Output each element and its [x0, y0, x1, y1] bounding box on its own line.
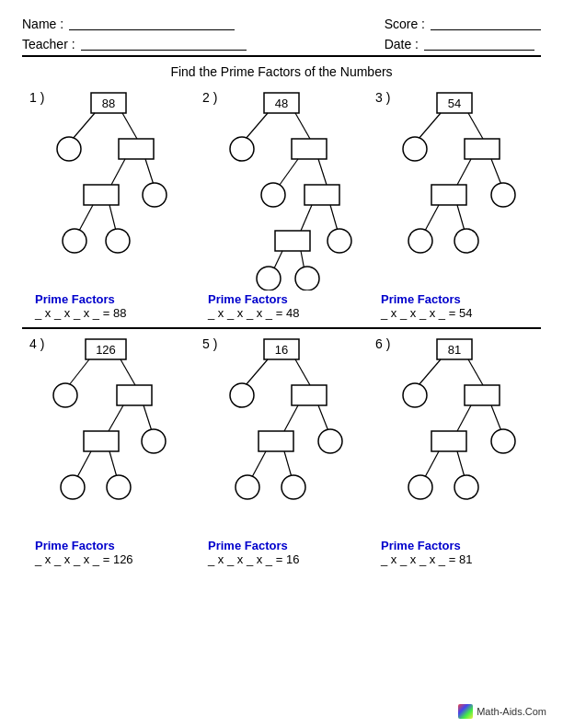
- svg-line-20: [273, 251, 282, 270]
- node-88-label: 88: [101, 97, 114, 110]
- svg-line-40: [69, 359, 89, 385]
- svg-line-72: [457, 405, 471, 431]
- svg-line-63: [284, 451, 292, 477]
- svg-line-54: [246, 359, 268, 385]
- problem-3-num: 3 ): [375, 90, 390, 105]
- problem-2: 2 ) 48: [195, 85, 368, 322]
- score-input[interactable]: [431, 17, 541, 30]
- circle-1f[interactable]: [106, 229, 130, 253]
- svg-line-55: [295, 359, 310, 385]
- svg-point-36: [408, 229, 432, 253]
- svg-line-73: [491, 405, 501, 431]
- watermark-text: Math-Aids.Com: [477, 706, 546, 717]
- page-title: Find the Prime Factors of the Numbers: [22, 64, 541, 79]
- problem-3-footer: Prime Factors _ x _ x _ x _ = 54: [370, 290, 539, 320]
- svg-point-64: [236, 475, 259, 499]
- svg-point-10: [230, 137, 254, 161]
- problem-6-footer: Prime Factors _ x _ x _ x _ = 81: [370, 537, 539, 566]
- prime-label-2: Prime Factors: [208, 292, 288, 306]
- circle-1d[interactable]: [143, 183, 167, 207]
- prime-label-5: Prime Factors: [208, 539, 288, 552]
- svg-point-37: [454, 229, 478, 253]
- svg-point-33: [491, 183, 515, 207]
- watermark: Math-Aids.Com: [458, 704, 546, 719]
- svg-point-61: [318, 429, 342, 453]
- svg-text:126: 126: [96, 343, 116, 357]
- problems-row-2: 4 ) 126 Prime Factors _ x _ x _ x _ =: [22, 331, 541, 568]
- svg-rect-57: [292, 385, 327, 405]
- svg-point-14: [261, 183, 285, 207]
- svg-line-31: [491, 159, 501, 185]
- svg-line-58: [284, 405, 298, 431]
- svg-line-45: [144, 405, 152, 431]
- svg-rect-74: [431, 431, 466, 451]
- svg-line-5: [109, 205, 116, 231]
- problem-6-num: 6 ): [375, 336, 390, 351]
- equation-1: _ x _ x _ x _ = 88: [35, 306, 126, 320]
- svg-point-47: [142, 429, 166, 453]
- problem-3: 3 ) 54 Prime Factors _ x _ x _ x _ = 5: [368, 85, 541, 322]
- problem-5-footer: Prime Factors _ x _ x _ x _ = 16: [197, 537, 366, 566]
- svg-line-26: [419, 113, 441, 139]
- svg-point-19: [327, 229, 351, 253]
- name-label: Name :: [22, 17, 63, 31]
- problem-1: 1 ) 88: [22, 85, 195, 322]
- tree-4: 126: [29, 335, 190, 537]
- tree-5: 16: [201, 335, 362, 537]
- problem-1-footer: Prime Factors _ x _ x _ x _ = 88: [24, 290, 193, 320]
- date-input[interactable]: [424, 38, 534, 51]
- problems-row-1: 1 ) 88: [22, 85, 541, 322]
- prime-label-1: Prime Factors: [35, 292, 115, 306]
- svg-line-35: [457, 205, 465, 231]
- svg-line-2: [111, 159, 125, 185]
- prime-label-6: Prime Factors: [381, 539, 461, 552]
- svg-line-9: [295, 113, 310, 139]
- svg-line-44: [109, 405, 123, 431]
- circle-1e[interactable]: [63, 229, 86, 253]
- svg-point-56: [230, 383, 254, 407]
- svg-point-70: [403, 383, 427, 407]
- circle-1a[interactable]: [57, 137, 81, 161]
- watermark-icon: [458, 704, 473, 719]
- svg-point-23: [295, 267, 319, 290]
- svg-line-16: [301, 205, 312, 231]
- svg-line-0: [73, 113, 95, 139]
- page: Name : Teacher : Score : Date : Find the…: [0, 0, 563, 728]
- node-1c[interactable]: [84, 185, 119, 205]
- problem-5: 5 ) 16 Prime Factors _ x _ x _ x _ = 1: [195, 331, 368, 568]
- equation-5: _ x _ x _ x _ = 16: [208, 552, 299, 566]
- svg-rect-46: [84, 431, 119, 451]
- svg-line-49: [109, 451, 117, 477]
- svg-point-50: [61, 475, 85, 499]
- svg-text:16: 16: [274, 343, 287, 357]
- svg-line-34: [425, 205, 439, 231]
- name-input[interactable]: [69, 17, 235, 30]
- score-label: Score :: [385, 17, 425, 31]
- tree-1: 88: [29, 88, 190, 290]
- svg-line-69: [468, 359, 483, 385]
- date-label: Date :: [385, 37, 419, 51]
- problem-5-num: 5 ): [202, 336, 217, 351]
- svg-rect-18: [275, 231, 310, 251]
- svg-line-8: [246, 113, 268, 139]
- header-divider: [22, 55, 541, 57]
- svg-line-30: [457, 159, 471, 185]
- score-line: Score :: [385, 17, 541, 31]
- teacher-line: Teacher :: [22, 37, 247, 51]
- svg-point-22: [257, 267, 281, 290]
- header-left: Name : Teacher :: [22, 17, 247, 51]
- svg-line-17: [330, 205, 338, 231]
- node-1b[interactable]: [119, 139, 154, 159]
- date-line: Date :: [385, 37, 541, 51]
- svg-line-68: [419, 359, 441, 385]
- svg-line-59: [318, 405, 328, 431]
- name-line: Name :: [22, 17, 247, 31]
- teacher-input[interactable]: [81, 38, 247, 51]
- svg-line-1: [122, 113, 137, 139]
- svg-point-42: [53, 383, 77, 407]
- svg-line-3: [145, 159, 154, 185]
- svg-line-27: [468, 113, 483, 139]
- svg-point-28: [403, 137, 427, 161]
- teacher-label: Teacher :: [22, 37, 75, 51]
- svg-line-4: [79, 205, 93, 231]
